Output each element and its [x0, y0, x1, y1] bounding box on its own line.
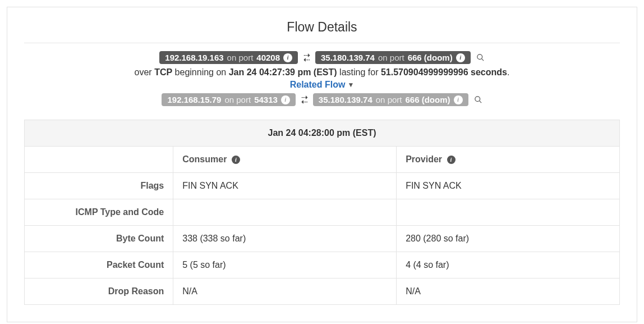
related-flow-line: 192.168.15.79 on port 54313 i ⇢⇠ 35.180.…: [24, 93, 620, 106]
on-port-label: on port: [378, 53, 404, 62]
table-row: Flags FIN SYN ACK FIN SYN ACK: [25, 173, 620, 199]
table-header-consumer: Consumer i: [173, 147, 397, 173]
svg-point-2: [475, 97, 480, 102]
flow-details-panel: Flow Details 192.168.19.163 on port 4020…: [7, 7, 637, 322]
related-source-ip: 192.168.15.79: [167, 95, 221, 104]
desc-over: over: [135, 67, 155, 77]
primary-source-endpoint[interactable]: 192.168.19.163 on port 40208 i: [159, 51, 298, 64]
row-label: Packet Count: [25, 252, 173, 279]
flow-details-table: Jan 24 04:28:00 pm (EST) Consumer i Prov…: [24, 120, 620, 305]
bidirectional-icon: ⇢⇠: [301, 95, 307, 104]
table-header-row: Consumer i Provider i: [25, 147, 620, 173]
primary-dest-port: 666: [408, 53, 422, 62]
info-icon[interactable]: i: [283, 53, 292, 62]
desc-lasting-label: lasting for: [337, 67, 381, 77]
desc-begin-time: Jan 24 04:27:39 pm (EST): [229, 67, 337, 77]
table-header-provider: Provider i: [397, 147, 620, 173]
primary-source-port: 40208: [256, 53, 280, 62]
svg-line-3: [479, 101, 481, 103]
page-title: Flow Details: [24, 16, 620, 43]
desc-begin-label: beginning on: [172, 67, 229, 77]
table-row: Drop Reason N/A N/A: [25, 279, 620, 305]
related-dest-ip: 35.180.139.74: [319, 95, 372, 104]
row-provider: 280 (280 so far): [397, 226, 620, 252]
row-label: Flags: [25, 173, 173, 199]
info-icon[interactable]: i: [281, 95, 290, 104]
row-consumer: 338 (338 so far): [173, 226, 397, 252]
info-icon[interactable]: i: [456, 53, 465, 62]
desc-duration: 51.570904999999996 seconds: [381, 67, 507, 77]
primary-dest-ip: 35.180.139.74: [321, 53, 375, 62]
chevron-down-icon: ▼: [347, 81, 354, 89]
primary-source-ip: 192.168.19.163: [165, 53, 223, 62]
table-timestamp-row: Jan 24 04:28:00 pm (EST): [25, 120, 620, 147]
row-consumer: [173, 199, 397, 226]
table-header-blank: [25, 147, 173, 173]
flow-summary: 192.168.19.163 on port 40208 i ⇢⇠ 35.180…: [24, 51, 620, 106]
row-provider: [397, 199, 620, 226]
related-dest-endpoint[interactable]: 35.180.139.74 on port 666 (doom) i: [313, 93, 468, 106]
table-row: Byte Count 338 (338 so far) 280 (280 so …: [25, 226, 620, 252]
svg-line-1: [481, 58, 484, 61]
on-port-label: on port: [227, 53, 254, 62]
related-dest-port: 666: [405, 95, 419, 104]
related-dest-port-label: (doom): [422, 95, 450, 104]
row-consumer: FIN SYN ACK: [173, 173, 397, 199]
info-icon[interactable]: i: [454, 95, 463, 104]
row-consumer: 5 (5 so far): [173, 252, 397, 279]
related-source-port: 54313: [254, 95, 278, 104]
row-consumer: N/A: [173, 279, 397, 305]
table-row: ICMP Type and Code: [25, 199, 620, 226]
primary-dest-port-label: (doom): [424, 53, 453, 62]
row-label: Byte Count: [25, 226, 173, 252]
row-label: ICMP Type and Code: [25, 199, 173, 226]
svg-point-0: [477, 54, 482, 60]
info-icon[interactable]: i: [447, 156, 456, 164]
on-port-label: on port: [376, 95, 402, 104]
desc-period: .: [507, 67, 509, 77]
row-provider: N/A: [397, 279, 620, 305]
related-source-endpoint[interactable]: 192.168.15.79 on port 54313 i: [162, 93, 295, 106]
table-timestamp: Jan 24 04:28:00 pm (EST): [25, 120, 620, 147]
table-row: Packet Count 5 (5 so far) 4 (4 so far): [25, 252, 620, 279]
divider: [24, 43, 620, 43]
row-provider: 4 (4 so far): [397, 252, 620, 279]
desc-protocol: TCP: [154, 67, 172, 77]
related-flow-toggle[interactable]: Related Flow ▼: [290, 80, 355, 90]
related-flow-label: Related Flow: [290, 80, 346, 90]
search-icon[interactable]: [474, 95, 482, 104]
bidirectional-icon: ⇢⇠: [303, 53, 310, 62]
primary-flow-line: 192.168.19.163 on port 40208 i ⇢⇠ 35.180…: [24, 51, 620, 64]
on-port-label: on port: [224, 95, 251, 104]
search-icon[interactable]: [476, 53, 485, 62]
primary-dest-endpoint[interactable]: 35.180.139.74 on port 666 (doom) i: [315, 51, 471, 64]
row-provider: FIN SYN ACK: [397, 173, 620, 199]
flow-description: over TCP beginning on Jan 24 04:27:39 pm…: [24, 67, 620, 77]
info-icon[interactable]: i: [232, 156, 240, 164]
row-label: Drop Reason: [25, 279, 173, 305]
